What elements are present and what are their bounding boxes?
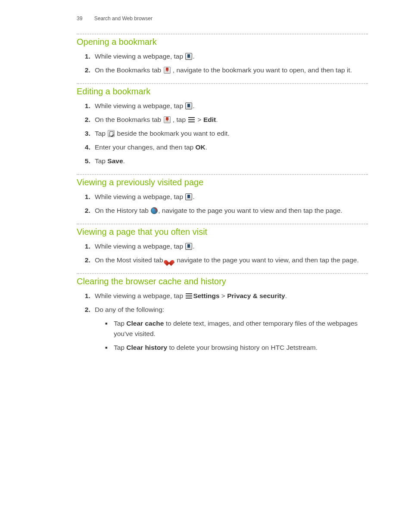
step-text: While viewing a webpage, tap	[95, 53, 185, 60]
step-text: >	[196, 116, 203, 123]
bookmarks-icon	[185, 53, 192, 60]
bookmarks-icon	[185, 243, 192, 250]
step-item: Enter your changes, and then tap OK.	[92, 142, 368, 152]
step-item: While viewing a webpage, tap .	[92, 51, 368, 62]
step-text: Enter your changes, and then tap	[95, 143, 196, 151]
step-list: While viewing a webpage, tap Settings > …	[80, 291, 368, 353]
step-text: .	[206, 143, 207, 151]
bookmark-ribbon-icon	[164, 67, 171, 74]
step-text: While viewing a webpage, tap	[95, 243, 185, 250]
step-item: On the Bookmarks tab , navigate to the b…	[92, 65, 368, 75]
edit-icon	[108, 130, 115, 137]
step-item: While viewing a webpage, tap .	[92, 192, 368, 202]
step-text: While viewing a webpage, tap	[95, 102, 185, 109]
menu-icon	[188, 116, 195, 123]
step-list: While viewing a webpage, tap .On the Mos…	[80, 241, 368, 265]
section-divider	[77, 34, 368, 34]
step-text: While viewing a webpage, tap	[95, 193, 185, 200]
step-text: .	[193, 193, 194, 200]
section-heading: Opening a bookmark	[77, 37, 368, 47]
step-text: , tap	[171, 116, 188, 123]
sub-bullet-list: Tap Clear cache to delete text, images, …	[105, 318, 368, 353]
step-item: Do any of the following:Tap Clear cache …	[92, 305, 368, 353]
section-heading: Viewing a previously visited page	[77, 177, 368, 187]
section-divider	[77, 224, 368, 224]
step-item: On the Bookmarks tab , tap > Edit.	[92, 115, 368, 125]
step-bold: OK	[196, 143, 206, 151]
step-text: , navigate to the page you want to view …	[158, 207, 342, 214]
step-list: While viewing a webpage, tap .On the Boo…	[80, 101, 368, 166]
step-text: On the Bookmarks tab	[95, 66, 163, 74]
step-item: Tap beside the bookmark you want to edit…	[92, 128, 368, 139]
page-number: 39	[77, 16, 82, 22]
step-list: While viewing a webpage, tap .On the Boo…	[80, 51, 368, 75]
step-item: While viewing a webpage, tap .	[92, 241, 368, 252]
step-text: >	[220, 292, 227, 299]
menu-icon	[185, 292, 193, 299]
step-list: While viewing a webpage, tap .On the His…	[80, 192, 368, 216]
step-text: Tap	[114, 344, 126, 351]
step-text: , navigate to the page you want to view,…	[173, 256, 359, 264]
bookmark-ribbon-icon	[164, 116, 171, 123]
step-text: On the Bookmarks tab	[95, 116, 163, 123]
step-text: .	[123, 157, 125, 165]
bullet-item: Tap Clear cache to delete text, images, …	[105, 318, 368, 339]
section-divider	[77, 273, 368, 274]
step-text: Tap	[95, 130, 107, 137]
section-divider	[77, 83, 368, 84]
step-text: to delete your browsing history on HTC J…	[167, 344, 318, 351]
step-item: On the Most visited tab , navigate to th…	[92, 255, 368, 265]
bullet-item: Tap Clear history to delete your browsin…	[105, 342, 368, 353]
step-text: .	[193, 102, 194, 109]
step-text: .	[285, 292, 287, 299]
step-text: On the History tab	[95, 207, 150, 214]
step-bold: Save	[107, 157, 123, 165]
step-text: beside the bookmark you want to edit.	[115, 130, 229, 137]
history-icon	[151, 207, 158, 214]
step-text: On the Most visited tab	[95, 256, 165, 264]
section-heading: Viewing a page that you often visit	[77, 227, 368, 237]
step-bold: Edit	[203, 116, 216, 123]
bookmarks-icon	[185, 103, 192, 109]
bookmarks-icon	[185, 193, 192, 200]
step-text: .	[193, 243, 194, 250]
step-item: On the History tab , navigate to the pag…	[92, 205, 368, 216]
section-divider	[77, 174, 368, 175]
step-text: .	[216, 116, 218, 123]
step-item: Tap Save.	[92, 156, 368, 166]
step-text: While viewing a webpage, tap	[95, 292, 185, 299]
chapter-title: Search and Web browser	[94, 16, 153, 22]
heart-icon	[165, 257, 173, 264]
step-text: , navigate to the bookmark you want to o…	[171, 66, 352, 74]
step-bold: Privacy & security	[227, 292, 285, 299]
step-bold: Settings	[193, 292, 219, 299]
step-text: Tap	[114, 320, 126, 327]
running-header: 39 Search and Web browser	[77, 16, 368, 22]
step-bold: Clear cache	[126, 320, 164, 327]
step-bold: Clear history	[126, 344, 167, 351]
step-text: .	[193, 53, 194, 60]
section-heading: Editing a bookmark	[77, 87, 368, 96]
step-text: Tap	[95, 157, 107, 165]
step-item: While viewing a webpage, tap .	[92, 101, 368, 111]
step-text: Do any of the following:	[95, 306, 164, 313]
step-item: While viewing a webpage, tap Settings > …	[92, 291, 368, 301]
section-heading: Clearing the browser cache and history	[77, 277, 368, 286]
